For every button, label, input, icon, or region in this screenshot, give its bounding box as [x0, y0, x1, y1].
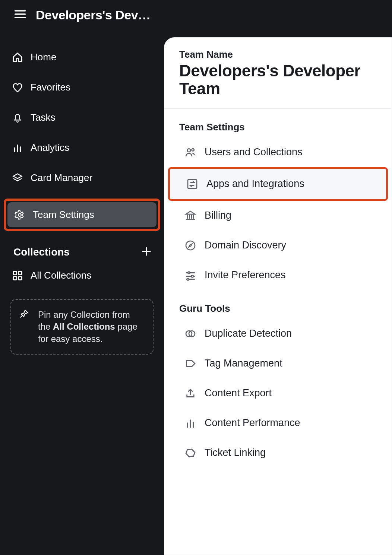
users-icon — [184, 146, 196, 158]
panel-item-label: Domain Discovery — [205, 240, 286, 251]
home-icon — [12, 52, 23, 63]
svg-point-28 — [192, 275, 193, 277]
add-collection-button[interactable] — [141, 246, 152, 259]
sidebar-item-label: All Collections — [31, 270, 91, 281]
section-title: Team Settings — [164, 121, 392, 137]
sidebar-highlight: Team Settings — [4, 199, 160, 231]
menu-icon[interactable] — [13, 7, 27, 22]
svg-point-15 — [187, 149, 191, 152]
svg-rect-17 — [188, 180, 197, 188]
overlap-circles-icon — [184, 328, 196, 340]
svg-marker-24 — [189, 244, 192, 247]
sidebar-item-label: Home — [31, 51, 56, 63]
panel-item-billing[interactable]: Billing — [164, 201, 392, 231]
panel-item-label: Invite Preferences — [205, 269, 286, 281]
sidebar-item-favorites[interactable]: Favorites — [5, 75, 159, 100]
bar-chart-icon — [184, 417, 196, 429]
panel-item-label: Tag Management — [205, 358, 282, 369]
pin-hint-text-bold: All Collections — [53, 321, 115, 332]
svg-rect-11 — [19, 271, 22, 275]
export-icon — [184, 387, 196, 399]
sidebar: Home Favorites Tasks Analytics — [0, 37, 164, 555]
collections-label: Collections — [13, 246, 70, 258]
svg-point-7 — [18, 213, 21, 216]
panel-section-guru-tools: Guru Tools Duplicate Detection Tag Manag… — [164, 290, 392, 468]
heart-icon — [12, 82, 23, 93]
svg-point-16 — [192, 149, 194, 151]
pin-hint-box: Pin any Collection from the All Collecti… — [10, 299, 154, 355]
pin-hint-text: Pin any Collection from the All Collecti… — [38, 309, 144, 345]
sidebar-item-tasks[interactable]: Tasks — [5, 105, 159, 130]
panel-item-tag-management[interactable]: Tag Management — [164, 349, 392, 378]
svg-rect-10 — [13, 271, 17, 275]
sidebar-item-label: Analytics — [31, 142, 69, 153]
sliders-icon — [184, 269, 196, 281]
team-name-heading: Developers's Developer Team — [179, 62, 377, 98]
bank-icon — [184, 210, 196, 222]
panel-item-content-export[interactable]: Content Export — [164, 378, 392, 408]
sidebar-item-team-settings[interactable]: Team Settings — [7, 202, 157, 227]
panel-item-label: Billing — [205, 210, 231, 221]
panel-item-invite-preferences[interactable]: Invite Preferences — [164, 260, 392, 290]
panel-header: Team Name Developers's Developer Team — [164, 49, 392, 109]
topbar: Developers's Devel... — [0, 0, 392, 37]
svg-rect-13 — [19, 276, 22, 280]
swap-icon — [186, 178, 198, 190]
section-title: Guru Tools — [164, 303, 392, 319]
svg-rect-12 — [13, 276, 17, 280]
panel-item-label: Content Export — [205, 387, 272, 399]
app-title: Developers's Devel... — [36, 8, 155, 22]
ticket-icon — [184, 447, 196, 459]
compass-icon — [184, 240, 196, 251]
sidebar-item-label: Team Settings — [33, 209, 94, 221]
panel-item-content-performance[interactable]: Content Performance — [164, 408, 392, 438]
panel-item-users-collections[interactable]: Users and Collections — [164, 137, 392, 167]
panel-item-label: Users and Collections — [205, 146, 303, 158]
sidebar-item-label: Card Manager — [31, 172, 92, 184]
panel-highlight: Apps and Integrations — [168, 167, 388, 201]
svg-line-14 — [20, 315, 23, 318]
panel-item-duplicate-detection[interactable]: Duplicate Detection — [164, 319, 392, 349]
panel-item-label: Content Performance — [205, 417, 300, 429]
pin-icon — [19, 309, 29, 345]
panel-item-label: Ticket Linking — [205, 447, 266, 459]
sidebar-item-label: Favorites — [31, 82, 70, 93]
panel-item-domain-discovery[interactable]: Domain Discovery — [164, 231, 392, 260]
panel-item-ticket-linking[interactable]: Ticket Linking — [164, 438, 392, 468]
sidebar-item-analytics[interactable]: Analytics — [5, 135, 159, 160]
analytics-icon — [12, 142, 23, 153]
tag-icon — [184, 358, 196, 370]
panel-item-label: Duplicate Detection — [205, 328, 292, 339]
grid-icon — [12, 270, 23, 281]
panel-item-label: Apps and Integrations — [206, 178, 304, 190]
gear-icon — [14, 209, 25, 221]
sidebar-item-home[interactable]: Home — [5, 45, 159, 70]
svg-marker-6 — [13, 174, 22, 178]
panel-eyebrow: Team Name — [179, 49, 377, 60]
svg-point-26 — [188, 272, 190, 273]
sidebar-item-label: Tasks — [31, 112, 55, 123]
sidebar-item-all-collections[interactable]: All Collections — [5, 263, 159, 288]
svg-point-23 — [186, 241, 195, 250]
collections-header: Collections — [5, 231, 159, 263]
svg-point-30 — [187, 278, 189, 280]
bell-icon — [12, 112, 23, 123]
settings-panel: Team Name Developers's Developer Team Te… — [164, 37, 392, 555]
panel-section-team-settings: Team Settings Users and Collections Apps… — [164, 109, 392, 290]
sidebar-item-card-manager[interactable]: Card Manager — [5, 165, 159, 190]
panel-item-apps-integrations[interactable]: Apps and Integrations — [170, 169, 386, 199]
layers-icon — [12, 172, 23, 184]
